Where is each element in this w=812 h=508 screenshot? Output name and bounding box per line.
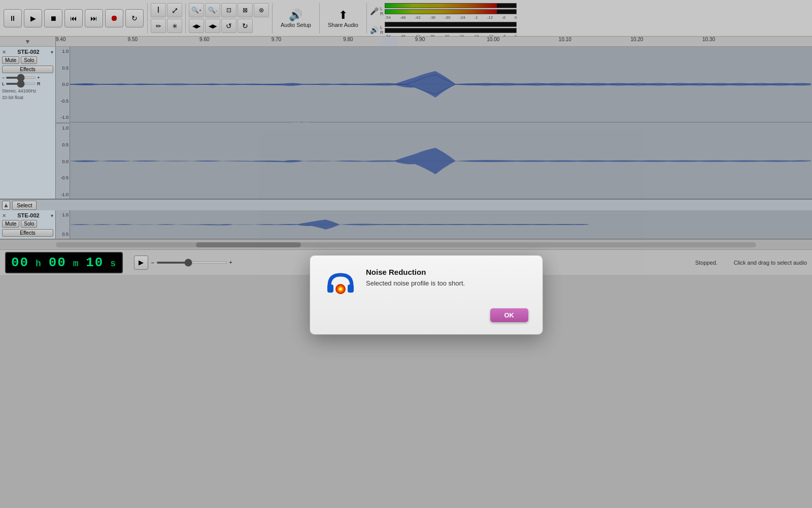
dialog-content: Noise Reduction Selected noise profile i…	[324, 268, 528, 300]
svg-point-11	[340, 288, 342, 290]
svg-rect-6	[327, 284, 333, 293]
dialog-overlay: Noise Reduction Selected noise profile i…	[0, 0, 812, 508]
noise-reduction-dialog: Noise Reduction Selected noise profile i…	[310, 255, 543, 335]
dialog-ok-button[interactable]: OK	[490, 308, 529, 322]
dialog-text: Noise Reduction Selected noise profile i…	[366, 268, 465, 287]
dialog-buttons: OK	[324, 308, 528, 322]
headphone-icon-svg	[324, 268, 357, 300]
svg-rect-7	[348, 284, 354, 293]
dialog-message: Selected noise profile is too short.	[366, 279, 465, 287]
audacity-app-icon	[324, 268, 357, 300]
dialog-title: Noise Reduction	[366, 268, 465, 276]
